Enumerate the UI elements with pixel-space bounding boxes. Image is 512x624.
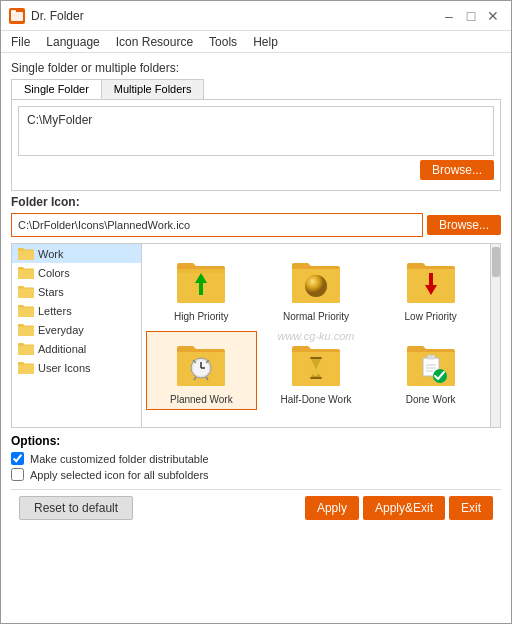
close-button[interactable]: ✕ <box>483 6 503 26</box>
menu-bar: File Language Icon Resource Tools Help <box>1 31 511 53</box>
scrollbar-thumb <box>492 247 500 277</box>
half-done-work-icon <box>288 336 344 392</box>
icon-cell-normal-priority[interactable]: Normal Priority <box>261 248 372 327</box>
options-label: Options: <box>11 434 501 448</box>
svg-point-4 <box>305 275 327 297</box>
category-item-colors[interactable]: Colors <box>12 263 141 282</box>
scrollbar[interactable] <box>490 244 500 427</box>
category-item-user-icons[interactable]: User Icons <box>12 358 141 377</box>
checkbox-distributable[interactable] <box>11 452 24 465</box>
checkbox-row-1: Make customized folder distributable <box>11 452 501 465</box>
menu-help[interactable]: Help <box>247 33 284 51</box>
icon-cell-half-done-work[interactable]: Half-Done Work <box>261 331 372 410</box>
browse-icon-button[interactable]: Browse... <box>427 215 501 235</box>
apply-exit-button[interactable]: Apply&Exit <box>363 496 445 520</box>
tab-single-folder[interactable]: Single Folder <box>12 80 102 99</box>
exit-button[interactable]: Exit <box>449 496 493 520</box>
reset-button[interactable]: Reset to default <box>19 496 133 520</box>
icon-cell-high-priority[interactable]: High Priority <box>146 248 257 327</box>
checkbox-distributable-label: Make customized folder distributable <box>30 453 209 465</box>
main-content: Single folder or multiple folders: Singl… <box>1 53 511 624</box>
bottom-bar: Reset to default Apply Apply&Exit Exit <box>11 489 501 526</box>
title-bar: Dr. Folder – □ ✕ <box>1 1 511 31</box>
icon-path-input[interactable] <box>11 213 423 237</box>
low-priority-icon <box>403 253 459 309</box>
icon-cell-planned-work[interactable]: Planned Work <box>146 331 257 410</box>
menu-icon-resource[interactable]: Icon Resource <box>110 33 199 51</box>
normal-priority-label: Normal Priority <box>283 311 349 322</box>
low-priority-label: Low Priority <box>405 311 457 322</box>
planned-work-label: Planned Work <box>170 394 233 405</box>
category-item-letters[interactable]: Letters <box>12 301 141 320</box>
checkbox-row-2: Apply selected icon for all subfolders <box>11 468 501 481</box>
minimize-button[interactable]: – <box>439 6 459 26</box>
icon-browser: Work Colors Stars <box>11 243 501 428</box>
maximize-button[interactable]: □ <box>461 6 481 26</box>
svg-rect-17 <box>427 355 435 359</box>
category-item-everyday[interactable]: Everyday <box>12 320 141 339</box>
apply-button[interactable]: Apply <box>305 496 359 520</box>
folder-path-display: C:\MyFolder <box>18 106 494 156</box>
folder-section-label: Single folder or multiple folders: <box>11 61 501 75</box>
menu-file[interactable]: File <box>5 33 36 51</box>
tab-multiple-folders[interactable]: Multiple Folders <box>102 80 204 99</box>
svg-rect-14 <box>310 357 322 359</box>
high-priority-label: High Priority <box>174 311 228 322</box>
category-item-work[interactable]: Work <box>12 244 141 263</box>
folder-icon-label: Folder Icon: <box>11 195 501 209</box>
half-done-work-label: Half-Done Work <box>281 394 352 405</box>
tab-bar: Single Folder Multiple Folders <box>11 79 204 99</box>
icon-cell-low-priority[interactable]: Low Priority <box>375 248 486 327</box>
app-icon <box>9 8 25 24</box>
category-list: Work Colors Stars <box>12 244 142 427</box>
icons-grid-area: www.cg-ku.com High Priorit <box>142 244 490 427</box>
icon-path-row: Browse... <box>11 213 501 237</box>
planned-work-icon <box>173 336 229 392</box>
high-priority-icon <box>173 253 229 309</box>
svg-rect-0 <box>11 12 23 21</box>
svg-rect-15 <box>310 377 322 379</box>
app-title: Dr. Folder <box>31 9 84 23</box>
done-work-icon <box>403 336 459 392</box>
icons-grid: High Priority <box>146 248 486 410</box>
menu-language[interactable]: Language <box>40 33 105 51</box>
checkbox-subfolders-label: Apply selected icon for all subfolders <box>30 469 209 481</box>
done-work-label: Done Work <box>406 394 456 405</box>
category-item-stars[interactable]: Stars <box>12 282 141 301</box>
normal-priority-icon <box>288 253 344 309</box>
icon-cell-done-work[interactable]: Done Work <box>375 331 486 410</box>
browse-folder-button[interactable]: Browse... <box>420 160 494 180</box>
category-item-additional[interactable]: Additional <box>12 339 141 358</box>
checkbox-subfolders[interactable] <box>11 468 24 481</box>
svg-rect-1 <box>11 10 16 13</box>
menu-tools[interactable]: Tools <box>203 33 243 51</box>
options-section: Options: Make customized folder distribu… <box>11 434 501 481</box>
